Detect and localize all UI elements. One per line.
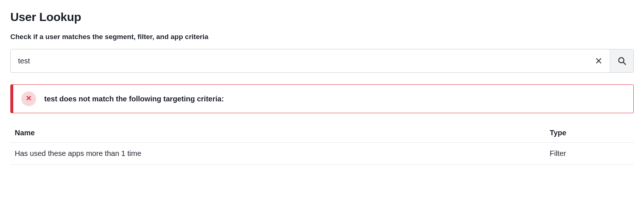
results-table: Name Type Has used these apps more than … <box>10 123 634 165</box>
alert-message: test does not match the following target… <box>44 95 224 103</box>
error-x-icon <box>26 95 32 102</box>
close-icon <box>595 57 602 65</box>
table-header-row: Name Type <box>10 123 634 143</box>
clear-button[interactable] <box>588 49 610 72</box>
col-header-name: Name <box>10 123 545 143</box>
search-row <box>10 49 634 73</box>
col-header-type: Type <box>545 123 634 143</box>
cell-name: Has used these apps more than 1 time <box>10 143 545 165</box>
cell-type: Filter <box>545 143 634 165</box>
search-button[interactable] <box>610 49 633 72</box>
table-row: Has used these apps more than 1 time Fil… <box>10 143 634 165</box>
error-alert: test does not match the following target… <box>10 84 634 113</box>
search-input[interactable] <box>11 49 588 72</box>
svg-line-3 <box>623 62 625 65</box>
page-title: User Lookup <box>10 10 634 24</box>
alert-icon-wrap <box>21 91 36 106</box>
search-icon <box>617 56 627 66</box>
page-subtitle: Check if a user matches the segment, fil… <box>10 33 634 41</box>
